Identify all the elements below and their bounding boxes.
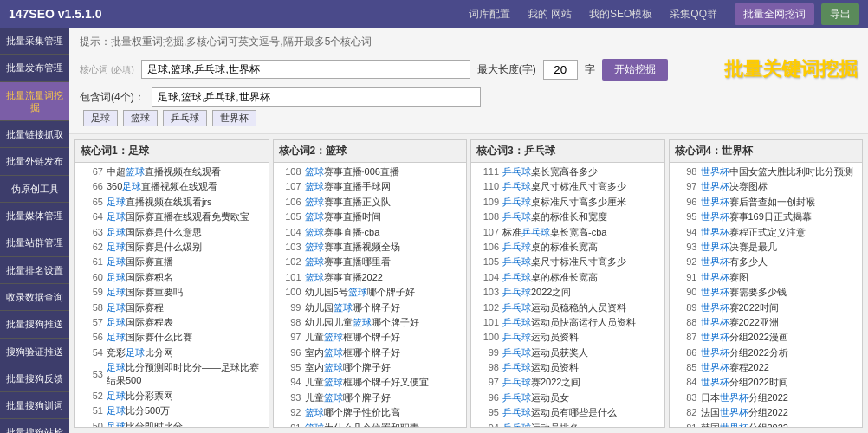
sidebar-item-sogou-push[interactable]: 批量搜狗推送 bbox=[0, 311, 69, 338]
result-num: 98 bbox=[475, 361, 499, 374]
col-body-1[interactable]: 108篮球赛事直播·006直播107篮球赛事直播手球网106篮球赛事直播正义队1… bbox=[274, 163, 467, 427]
start-button[interactable]: 开始挖掘 bbox=[602, 59, 668, 81]
include-label: 包含词(4个)： bbox=[80, 90, 145, 105]
tag-2[interactable]: 乒乓球 bbox=[163, 110, 207, 126]
result-row: 100幼儿园5号篮球哪个牌子好 bbox=[274, 285, 467, 300]
result-text: 世界杯有多少人 bbox=[701, 255, 859, 268]
result-num: 109 bbox=[475, 196, 499, 209]
sidebar-item-pseudo-original[interactable]: 伪原创工具 bbox=[0, 176, 69, 203]
logo: 147SEO v1.5.1.0 bbox=[9, 7, 101, 21]
result-text: 室内篮球框哪个牌子好 bbox=[305, 346, 463, 359]
result-text: 篮球哪个牌子性价比高 bbox=[305, 406, 463, 419]
sidebar-item-collect-manage[interactable]: 批量采集管理 bbox=[0, 28, 69, 55]
result-text: 幼儿园儿童篮球哪个牌子好 bbox=[305, 316, 463, 329]
result-text: 足球直播视频在线观看jrs bbox=[107, 196, 265, 209]
result-text: 世界杯赛2022时间 bbox=[701, 301, 859, 314]
btn-all-mining[interactable]: 批量全网挖词 bbox=[735, 3, 814, 25]
tag-3[interactable]: 世界杯 bbox=[212, 110, 256, 126]
result-text: 足球比分即时比分 bbox=[107, 420, 265, 427]
result-row: 85世界杯赛程2022 bbox=[670, 360, 863, 375]
result-row: 97乒乓球赛2022之间 bbox=[471, 375, 664, 390]
result-col-1: 核心词2：篮球108篮球赛事直播·006直播107篮球赛事直播手球网106篮球赛… bbox=[273, 139, 468, 428]
result-row: 54竞彩足球比分网 bbox=[75, 346, 269, 360]
result-text: 乒乓球赛2022之间 bbox=[502, 376, 661, 389]
result-text: 世界杯赛程正式定义注意 bbox=[701, 226, 859, 239]
result-text: 室内篮球哪个牌子好 bbox=[305, 361, 463, 374]
sidebar-item-index-query[interactable]: 收录数据查询 bbox=[0, 284, 69, 311]
sidebar-item-media-manage[interactable]: 批量媒体管理 bbox=[0, 203, 69, 229]
col-body-2[interactable]: 111乒乓球桌长宽高各多少110乒乓球桌尺寸标准尺寸高多少109乒乓球桌标准尺寸… bbox=[471, 163, 664, 427]
result-text: 世界杯分组2022分析 bbox=[701, 346, 859, 359]
sidebar-item-publish-manage[interactable]: 批量发布管理 bbox=[0, 55, 69, 81]
nav-qq-group[interactable]: 采集QQ群 bbox=[670, 7, 717, 22]
result-row: 60足球国际赛积名 bbox=[75, 270, 269, 285]
tags-row: 包含词(4个)： bbox=[80, 87, 858, 107]
result-num: 53 bbox=[79, 368, 103, 381]
result-num: 111 bbox=[475, 165, 499, 178]
result-row: 61足球国际赛直播 bbox=[75, 255, 269, 269]
sidebar-item-rank-settings[interactable]: 批量排名设置 bbox=[0, 257, 69, 284]
result-text: 世界杯赛事169日正式揭幕 bbox=[701, 210, 859, 223]
result-text: 足球国际赛直播在线观看免费欧宝 bbox=[107, 210, 265, 223]
result-text: 乒乓球运动员快高运行人员资料 bbox=[502, 316, 661, 329]
result-num: 99 bbox=[277, 301, 301, 314]
result-row: 106乒乓球桌的标准长宽高 bbox=[471, 240, 664, 255]
sidebar-item-sogou-feedback[interactable]: 批量搜狗反馈 bbox=[0, 365, 69, 392]
result-num: 51 bbox=[79, 404, 103, 417]
result-text: 乒乓球运动员女 bbox=[502, 391, 661, 404]
sidebar-item-external-links[interactable]: 批量外链发布 bbox=[0, 148, 69, 175]
max-length-label: 最大长度(字) bbox=[477, 62, 536, 77]
result-text: 360足球直播视频在线观看 bbox=[107, 180, 265, 193]
col-body-3[interactable]: 98世界杯中国女篮大胜比利时比分预测97世界杯决赛图标96世界杯赛后普查如一创封… bbox=[670, 163, 863, 427]
result-num: 94 bbox=[673, 226, 697, 239]
result-text: 世界杯分组2022漫画 bbox=[701, 331, 859, 344]
result-row: 94儿童篮球框哪个牌子好又便宜 bbox=[274, 375, 467, 390]
result-text: 篮球赛事直播视频全场 bbox=[305, 241, 463, 254]
result-row: 97儿童篮球框哪个牌子好 bbox=[274, 330, 467, 345]
result-num: 62 bbox=[79, 241, 103, 254]
nav-seo-template[interactable]: 我的SEO模板 bbox=[589, 7, 652, 22]
result-row: 86世界杯分组2022分析 bbox=[670, 346, 863, 360]
result-num: 106 bbox=[475, 241, 499, 254]
results-area: 核心词1：足球67中超篮球直播视频在线观看66360足球直播视频在线观看65足球… bbox=[69, 134, 868, 433]
sidebar-item-link-crawl[interactable]: 批量链接抓取 bbox=[0, 121, 69, 148]
result-num: 98 bbox=[277, 316, 301, 329]
result-num: 52 bbox=[79, 390, 103, 403]
result-num: 106 bbox=[277, 196, 301, 209]
result-num: 96 bbox=[673, 196, 697, 209]
btn-export[interactable]: 导出 bbox=[821, 3, 859, 25]
result-row: 96乒乓球运动员女 bbox=[471, 391, 664, 405]
result-num: 104 bbox=[475, 271, 499, 284]
result-row: 98世界杯中国女篮大胜比利时比分预测 bbox=[670, 165, 863, 179]
result-row: 64足球国际赛直播在线观看免费欧宝 bbox=[75, 210, 269, 224]
sidebar-item-station-group[interactable]: 批量站群管理 bbox=[0, 229, 69, 256]
result-row: 108篮球赛事直播·006直播 bbox=[274, 165, 467, 179]
result-num: 60 bbox=[79, 271, 103, 284]
result-num: 64 bbox=[79, 210, 103, 223]
keyword-label: 核心词 (必填) bbox=[80, 63, 134, 76]
result-text: 足球国际赛直播 bbox=[107, 255, 265, 268]
tag-0[interactable]: 足球 bbox=[83, 110, 118, 126]
include-input[interactable] bbox=[152, 87, 481, 107]
result-text: 足球国际赛是什么意思 bbox=[107, 226, 265, 239]
col-body-0[interactable]: 67中超篮球直播视频在线观看66360足球直播视频在线观看65足球直播视频在线观… bbox=[75, 163, 269, 427]
nav-my-site[interactable]: 我的 网站 bbox=[528, 7, 572, 22]
sidebar-item-sogou-train[interactable]: 批量搜狗训词 bbox=[0, 392, 69, 419]
tag-1[interactable]: 篮球 bbox=[123, 110, 158, 126]
nav-dictionary[interactable]: 词库配置 bbox=[469, 7, 510, 22]
sidebar-item-sogou-verify[interactable]: 搜狗验证推送 bbox=[0, 339, 69, 365]
result-text: 法国世界杯分组2022 bbox=[701, 406, 859, 419]
sidebar-item-sogou-check[interactable]: 批量搜狗站检 bbox=[0, 419, 69, 433]
result-num: 85 bbox=[673, 361, 697, 374]
result-row: 102乒乓球运动员稳稳的人员资料 bbox=[471, 301, 664, 315]
max-length-input[interactable] bbox=[543, 60, 578, 80]
sidebar-item-mining[interactable]: 批量流量词挖掘 bbox=[0, 82, 69, 122]
result-row: 95室内篮球哪个牌子好 bbox=[274, 360, 467, 375]
result-text: 乒乓球桌的标准长和宽度 bbox=[502, 210, 661, 223]
top-bar: 提示：批量权重词挖掘,多核心词可英文逗号,隔开最多5个核心词 核心词 (必填) … bbox=[69, 28, 868, 134]
result-text: 乒乓球运动员有哪些是什么 bbox=[502, 406, 661, 419]
result-num: 65 bbox=[79, 196, 103, 209]
result-text: 乒乓球运动员资料 bbox=[502, 361, 661, 374]
result-row: 66360足球直播视频在线观看 bbox=[75, 179, 269, 194]
keyword-input[interactable] bbox=[141, 60, 470, 79]
